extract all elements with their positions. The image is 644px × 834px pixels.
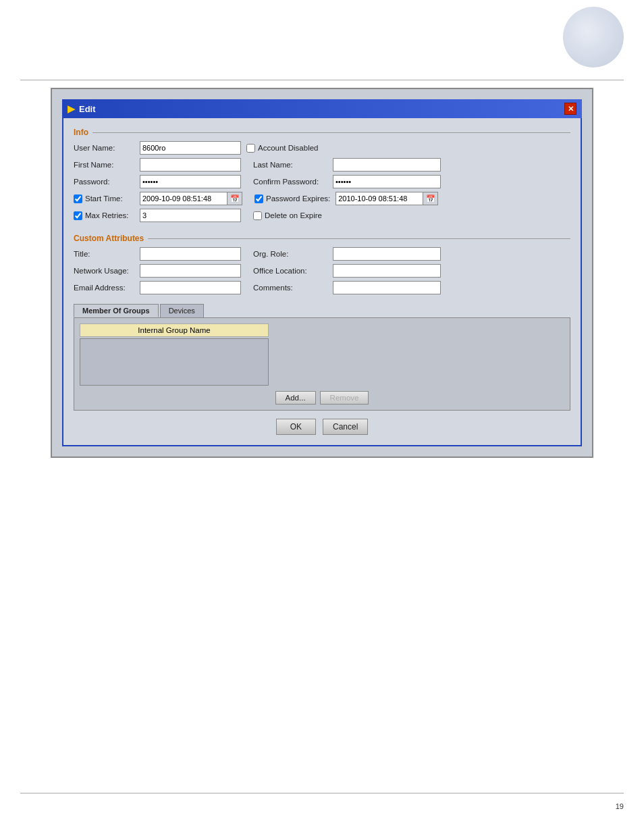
info-section-header: Info <box>74 128 570 137</box>
office-location-label: Office Location: <box>253 267 327 275</box>
confirm-password-input[interactable] <box>333 175 441 188</box>
password-input[interactable] <box>140 175 241 188</box>
password-expires-label: Password Expires: <box>266 194 330 203</box>
remove-button[interactable]: Remove <box>320 391 369 405</box>
logo-icon <box>563 7 624 68</box>
maxretries-row: Max Retries: Delete on Expire <box>74 209 570 222</box>
maxretries-label: Max Retries: <box>85 211 129 219</box>
account-disabled-checkbox-label[interactable]: Account Disabled <box>246 144 319 153</box>
firstname-input[interactable] <box>140 158 241 172</box>
account-disabled-label: Account Disabled <box>258 144 319 152</box>
title-field-label: Title: <box>74 250 134 258</box>
ok-button[interactable]: OK <box>276 419 316 435</box>
custom-attributes-section-header: Custom Attributes <box>74 234 570 243</box>
starttime-input[interactable] <box>140 192 227 205</box>
starttime-checkbox[interactable] <box>74 194 82 203</box>
email-input[interactable] <box>140 281 241 294</box>
org-role-label: Org. Role: <box>253 250 327 258</box>
lastname-input[interactable] <box>333 158 441 172</box>
username-input[interactable] <box>140 141 241 155</box>
tab-devices[interactable]: Devices <box>160 304 204 317</box>
firstname-label: First Name: <box>74 161 134 169</box>
starttime-field-wrap: 📅 <box>140 192 242 205</box>
outer-container: ▶ Edit ✕ Info User Name: Account Disa <box>51 88 593 458</box>
group-list-area[interactable] <box>80 338 269 386</box>
delete-on-expire-checkbox[interactable] <box>253 211 262 220</box>
dialog-titlebar: ▶ Edit ✕ <box>62 99 582 118</box>
starttime-calendar-icon[interactable]: 📅 <box>227 192 242 205</box>
ok-cancel-row: OK Cancel <box>74 419 570 435</box>
network-usage-input[interactable] <box>140 264 241 278</box>
tab-member-of-groups[interactable]: Member Of Groups <box>74 304 159 317</box>
starttime-checkbox-label[interactable]: Start Time: <box>74 194 134 203</box>
networkusage-row: Network Usage: Office Location: <box>74 264 570 278</box>
delete-on-expire-checkbox-label[interactable]: Delete on Expire <box>253 211 322 220</box>
dialog-title-text: Edit <box>79 104 96 114</box>
dialog-title-left: ▶ Edit <box>68 103 96 114</box>
password-label: Password: <box>74 178 134 186</box>
group-table-header: Internal Group Name <box>80 323 269 337</box>
top-rule <box>20 80 624 80</box>
maxretries-checkbox[interactable] <box>74 211 82 220</box>
email-label: Email Address: <box>74 284 134 292</box>
confirm-password-label: Confirm Password: <box>253 178 327 186</box>
username-label: User Name: <box>74 144 134 152</box>
bottom-rule <box>20 793 624 793</box>
comments-label: Comments: <box>253 284 327 292</box>
password-expires-checkbox-label[interactable]: Password Expires: <box>254 194 330 203</box>
passwordexpires-calendar-icon[interactable]: 📅 <box>423 192 438 205</box>
password-row: Password: Confirm Password: <box>74 175 570 188</box>
title-row: Title: Org. Role: <box>74 247 570 261</box>
maxretries-checkbox-label[interactable]: Max Retries: <box>74 211 134 220</box>
starttime-label: Start Time: <box>85 194 123 203</box>
office-location-input[interactable] <box>333 264 441 278</box>
page-background: ▶ Edit ✕ Info User Name: Account Disa <box>0 0 644 834</box>
title-field-input[interactable] <box>140 247 241 261</box>
delete-on-expire-label: Delete on Expire <box>265 211 322 219</box>
dialog-close-button[interactable]: ✕ <box>564 103 576 115</box>
starttime-row: Start Time: 📅 Password Expires: 📅 <box>74 192 570 205</box>
page-number: 19 <box>616 802 624 810</box>
comments-input[interactable] <box>333 281 441 294</box>
page-content: ▶ Edit ✕ Info User Name: Account Disa <box>51 88 593 471</box>
firstname-row: First Name: Last Name: <box>74 158 570 172</box>
network-usage-label: Network Usage: <box>74 267 134 275</box>
passwordexpires-input[interactable] <box>336 192 423 205</box>
dialog-title-icon: ▶ <box>68 103 75 114</box>
logo-area <box>563 7 630 74</box>
dialog-body: Info User Name: Account Disabled First N… <box>62 118 582 446</box>
org-role-input[interactable] <box>333 247 441 261</box>
username-row: User Name: Account Disabled <box>74 141 570 155</box>
add-button[interactable]: Add... <box>275 391 316 405</box>
password-expires-checkbox[interactable] <box>254 194 263 203</box>
maxretries-input[interactable] <box>140 209 241 222</box>
tabs-bar: Member Of Groups Devices <box>74 304 570 317</box>
cancel-button[interactable]: Cancel <box>323 419 368 435</box>
email-row: Email Address: Comments: <box>74 281 570 294</box>
tab-content-member-of-groups: Internal Group Name Add... Remove <box>74 317 570 411</box>
passwordexpires-field-wrap: 📅 <box>336 192 438 205</box>
group-action-row: Add... Remove <box>80 391 564 405</box>
account-disabled-checkbox[interactable] <box>246 144 255 153</box>
lastname-label: Last Name: <box>253 161 327 169</box>
